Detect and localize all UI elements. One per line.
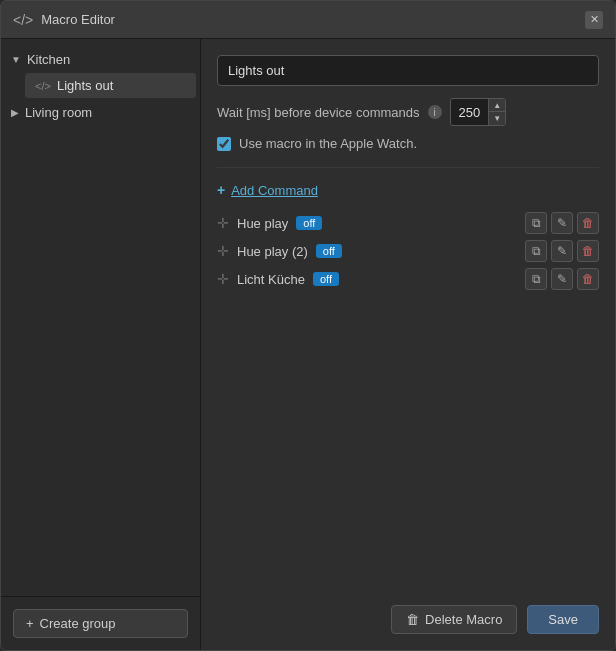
- delete-command-1-button[interactable]: 🗑: [577, 240, 599, 262]
- edit-command-2-button[interactable]: ✎: [551, 268, 573, 290]
- apple-watch-checkbox[interactable]: [217, 137, 231, 151]
- delete-command-2-button[interactable]: 🗑: [577, 268, 599, 290]
- apple-watch-row: Use macro in the Apple Watch.: [217, 136, 599, 151]
- wait-row: Wait [ms] before device commands i 250 ▲…: [217, 98, 599, 126]
- add-command-button[interactable]: Add Command: [231, 183, 318, 198]
- delete-macro-label: Delete Macro: [425, 612, 502, 627]
- table-row: ✛ Hue play (2) off ⧉ ✎ 🗑: [217, 240, 599, 262]
- save-button[interactable]: Save: [527, 605, 599, 634]
- kitchen-group-label: Kitchen: [27, 52, 70, 67]
- titlebar: </> Macro Editor ✕: [1, 1, 615, 39]
- table-row: ✛ Licht Küche off ⧉ ✎ 🗑: [217, 268, 599, 290]
- command-actions-2: ⧉ ✎ 🗑: [525, 268, 599, 290]
- spinner-up-button[interactable]: ▲: [489, 99, 505, 112]
- wait-value: 250: [451, 102, 489, 123]
- lights-out-icon: </>: [35, 80, 51, 92]
- spinner-buttons: ▲ ▼: [488, 99, 505, 125]
- delete-macro-icon: 🗑: [406, 612, 419, 627]
- sidebar-group-living-room[interactable]: ▶ Living room: [1, 100, 200, 125]
- wait-spinner: 250 ▲ ▼: [450, 98, 507, 126]
- command-list: ✛ Hue play off ⧉ ✎ 🗑 ✛ Hue play (2) off: [217, 212, 599, 290]
- spinner-down-button[interactable]: ▼: [489, 112, 505, 125]
- sidebar-item-lights-out[interactable]: </> Lights out: [25, 73, 196, 98]
- edit-command-0-button[interactable]: ✎: [551, 212, 573, 234]
- apple-watch-label: Use macro in the Apple Watch.: [239, 136, 417, 151]
- copy-command-2-button[interactable]: ⧉: [525, 268, 547, 290]
- sidebar: ▼ Kitchen </> Lights out ▶ Living room: [1, 39, 201, 650]
- create-group-button[interactable]: + Create group: [13, 609, 188, 638]
- command-badge-0: off: [296, 216, 322, 230]
- table-row: ✛ Hue play off ⧉ ✎ 🗑: [217, 212, 599, 234]
- add-command-icon: +: [217, 182, 225, 198]
- macro-name-input[interactable]: [217, 55, 599, 86]
- command-badge-1: off: [316, 244, 342, 258]
- command-actions-1: ⧉ ✎ 🗑: [525, 240, 599, 262]
- command-actions-0: ⧉ ✎ 🗑: [525, 212, 599, 234]
- right-panel: Wait [ms] before device commands i 250 ▲…: [201, 39, 615, 650]
- edit-command-1-button[interactable]: ✎: [551, 240, 573, 262]
- command-name-0: Hue play: [237, 216, 288, 231]
- sidebar-footer: + Create group: [1, 596, 200, 650]
- sidebar-group-kitchen[interactable]: ▼ Kitchen: [1, 47, 200, 72]
- tree-group-living-room: ▶ Living room: [1, 100, 200, 125]
- delete-macro-button[interactable]: 🗑 Delete Macro: [391, 605, 517, 634]
- create-group-label: Create group: [40, 616, 116, 631]
- lights-out-label: Lights out: [57, 78, 113, 93]
- drag-handle-icon[interactable]: ✛: [217, 243, 229, 259]
- main-content: ▼ Kitchen </> Lights out ▶ Living room: [1, 39, 615, 650]
- delete-command-0-button[interactable]: 🗑: [577, 212, 599, 234]
- add-command-row: + Add Command: [217, 182, 599, 198]
- command-name-2: Licht Küche: [237, 272, 305, 287]
- wait-label: Wait [ms] before device commands: [217, 105, 420, 120]
- drag-handle-icon[interactable]: ✛: [217, 215, 229, 231]
- kitchen-children: </> Lights out: [1, 73, 200, 98]
- macro-editor-window: </> Macro Editor ✕ ▼ Kitchen </> Lights …: [0, 0, 616, 651]
- panel-footer: 🗑 Delete Macro Save: [217, 589, 599, 634]
- drag-handle-icon[interactable]: ✛: [217, 271, 229, 287]
- section-divider: [217, 167, 599, 168]
- copy-command-1-button[interactable]: ⧉: [525, 240, 547, 262]
- command-badge-2: off: [313, 272, 339, 286]
- copy-command-0-button[interactable]: ⧉: [525, 212, 547, 234]
- create-group-plus-icon: +: [26, 616, 34, 631]
- living-room-arrow: ▶: [11, 107, 19, 118]
- sidebar-tree: ▼ Kitchen </> Lights out ▶ Living room: [1, 39, 200, 596]
- window-title: Macro Editor: [41, 12, 585, 27]
- info-icon: i: [428, 105, 442, 119]
- title-code-icon: </>: [13, 12, 33, 28]
- tree-group-kitchen: ▼ Kitchen </> Lights out: [1, 47, 200, 98]
- command-name-1: Hue play (2): [237, 244, 308, 259]
- living-room-group-label: Living room: [25, 105, 92, 120]
- close-button[interactable]: ✕: [585, 11, 603, 29]
- kitchen-arrow: ▼: [11, 54, 21, 65]
